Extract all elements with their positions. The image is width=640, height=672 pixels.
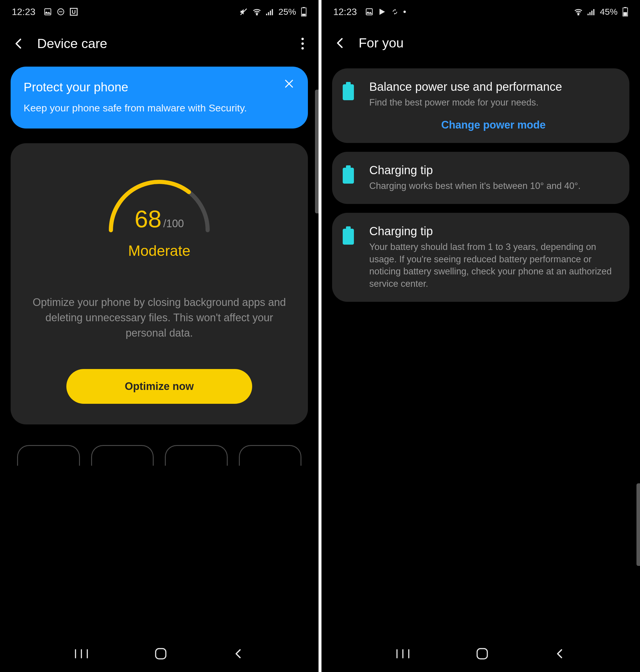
status-bar: 12:23 U 25% <box>0 0 319 24</box>
wifi-icon <box>252 8 261 15</box>
picture-icon <box>44 8 52 16</box>
svg-text:U: U <box>72 9 75 15</box>
svg-rect-8 <box>268 12 269 15</box>
left-screen: 12:23 U 25% <box>0 0 319 672</box>
right-screen: 12:23 45% <box>321 0 640 672</box>
status-time: 12:23 <box>333 6 357 17</box>
play-store-icon <box>378 8 387 16</box>
svg-point-22 <box>578 14 579 15</box>
wifi-icon <box>574 8 583 15</box>
status-time: 12:23 <box>12 6 35 17</box>
category-pill-storage[interactable] <box>91 445 154 466</box>
svg-rect-13 <box>302 14 306 16</box>
device-score-card: 68/100 Moderate Optimize your phone by c… <box>11 143 308 425</box>
gauge-label: Moderate <box>21 242 297 259</box>
gauge-total: /100 <box>163 218 184 229</box>
back-button[interactable] <box>334 36 347 49</box>
svg-rect-26 <box>593 9 594 15</box>
picture-icon <box>365 8 373 16</box>
battery-percent: 25% <box>278 7 296 17</box>
more-options-button[interactable] <box>299 35 306 52</box>
category-pill-battery[interactable] <box>17 445 80 466</box>
signal-icon <box>266 8 274 15</box>
battery-icon <box>301 7 307 16</box>
back-button[interactable] <box>12 37 25 50</box>
tip-desc: Your battery should last from 1 to 3 yea… <box>369 241 617 290</box>
svg-marker-21 <box>380 9 385 15</box>
score-gauge: 68/100 <box>94 164 224 240</box>
tip-card-power-mode[interactable]: Balance power use and performance Find t… <box>332 69 629 143</box>
nav-home-button[interactable] <box>155 647 167 661</box>
protect-banner[interactable]: Protect your phone Keep your phone safe … <box>11 66 308 129</box>
optimize-description: Optimize your phone by closing backgroun… <box>21 295 297 341</box>
navigation-bar <box>321 637 640 672</box>
optimize-now-button[interactable]: Optimize now <box>67 369 252 404</box>
nav-recents-button[interactable] <box>395 648 410 661</box>
nav-home-button[interactable] <box>476 647 489 661</box>
category-pill-memory[interactable] <box>165 445 228 466</box>
app-header: Device care <box>0 24 319 64</box>
svg-rect-0 <box>45 9 51 15</box>
svg-rect-24 <box>589 12 591 15</box>
page-title: Device care <box>37 36 299 51</box>
bottom-categories <box>0 424 319 466</box>
svg-rect-19 <box>156 649 166 659</box>
app-header: For you <box>321 24 640 62</box>
u-icon: U <box>70 8 78 16</box>
tip-card-charging-temp[interactable]: Charging tip Charging works best when it… <box>332 152 629 204</box>
scroll-indicator[interactable] <box>637 483 640 566</box>
tip-desc: Find the best power mode for your needs. <box>369 96 617 109</box>
svg-rect-7 <box>266 14 267 15</box>
tip-title: Charging tip <box>369 225 617 238</box>
nav-back-button[interactable] <box>233 648 245 661</box>
banner-desc: Keep your phone safe from malware with S… <box>24 101 295 115</box>
battery-icon <box>622 7 628 16</box>
battery-tip-icon <box>343 229 354 245</box>
battery-tip-icon <box>343 168 354 184</box>
svg-rect-29 <box>624 12 627 16</box>
change-power-mode-button[interactable]: Change power mode <box>369 119 617 131</box>
close-banner-button[interactable] <box>283 78 295 91</box>
dnd-icon <box>57 8 65 16</box>
signal-icon <box>587 8 595 15</box>
tip-title: Charging tip <box>369 164 617 177</box>
dot-icon <box>404 11 406 13</box>
scroll-indicator[interactable] <box>315 90 319 213</box>
battery-tip-icon <box>343 84 354 100</box>
banner-title: Protect your phone <box>24 80 295 94</box>
svg-rect-9 <box>270 11 271 15</box>
sync-icon <box>391 8 399 16</box>
navigation-bar <box>0 637 319 672</box>
tip-title: Balance power use and performance <box>369 80 617 93</box>
page-title: For you <box>359 35 628 51</box>
nav-recents-button[interactable] <box>74 648 89 661</box>
svg-rect-20 <box>366 9 373 15</box>
status-bar: 12:23 45% <box>321 0 640 24</box>
svg-rect-33 <box>477 649 488 659</box>
svg-rect-23 <box>587 14 589 15</box>
svg-rect-25 <box>591 11 593 15</box>
gauge-score: 68 <box>134 206 161 232</box>
tip-desc: Charging works best when it's between 10… <box>369 180 617 192</box>
category-pill-security[interactable] <box>239 445 302 466</box>
svg-rect-10 <box>272 9 273 15</box>
nav-back-button[interactable] <box>554 648 566 661</box>
battery-percent: 45% <box>600 7 617 17</box>
tip-card-battery-life[interactable]: Charging tip Your battery should last fr… <box>332 213 629 302</box>
mute-icon <box>239 8 248 16</box>
svg-point-6 <box>256 14 258 15</box>
